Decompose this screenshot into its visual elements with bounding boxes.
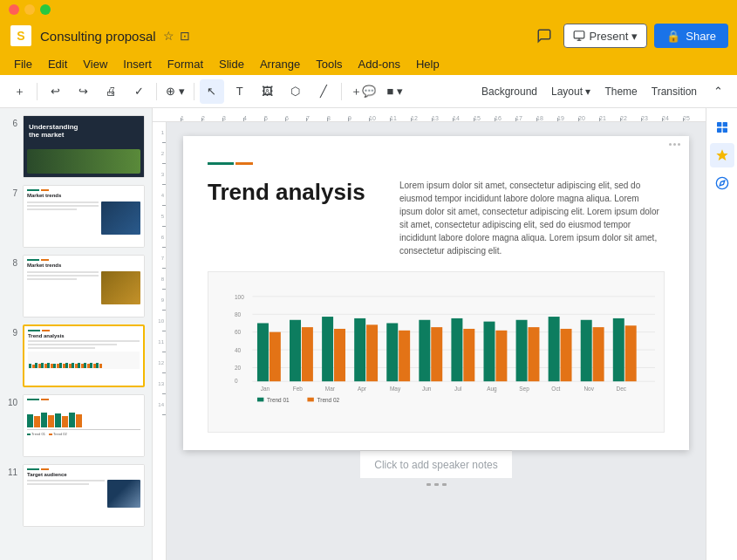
menu-insert[interactable]: Insert xyxy=(116,56,159,72)
svg-text:Apr: Apr xyxy=(358,386,367,393)
svg-text:Jul: Jul xyxy=(454,386,461,392)
add-button[interactable]: ＋ xyxy=(7,79,31,104)
canvas-area: 1 2 3 4 5 6 7 8 9 10 11 12 13 14 15 16 1… xyxy=(153,108,706,560)
theme-button[interactable]: Theme xyxy=(599,79,642,104)
textbox-tool[interactable]: T xyxy=(228,79,252,104)
main-slide[interactable]: Trend analysis Lorem ipsum dolor sit ame… xyxy=(183,136,689,450)
slide-number: 7 xyxy=(7,188,17,198)
menu-tools[interactable]: Tools xyxy=(309,56,349,72)
main-area: 6 Understandingthe market Understandingt… xyxy=(0,108,737,560)
image-tool[interactable]: 🖼 xyxy=(256,79,280,104)
svg-text:100: 100 xyxy=(235,294,244,300)
minimize-button[interactable] xyxy=(24,4,35,15)
svg-rect-27 xyxy=(451,318,462,381)
share-button[interactable]: 🔒 Share xyxy=(654,24,728,48)
svg-rect-36 xyxy=(593,327,604,381)
layout-button[interactable]: Layout ▾ xyxy=(546,79,596,104)
svg-rect-23 xyxy=(386,323,398,381)
right-sidebar xyxy=(706,108,737,560)
ruler-marks: 1 2 3 4 5 6 7 8 9 10 11 12 13 14 15 16 1… xyxy=(181,115,704,121)
slides-panel-button[interactable] xyxy=(710,115,734,140)
slide-item[interactable]: 7 Market trends xyxy=(3,181,148,251)
svg-rect-56 xyxy=(722,122,727,126)
svg-marker-59 xyxy=(716,149,727,160)
doc-title: Consulting proposal xyxy=(40,29,156,44)
slide-title-area: Trend analysis xyxy=(208,179,382,257)
slide-canvas[interactable]: Trend analysis Lorem ipsum dolor sit ame… xyxy=(167,122,706,560)
speaker-notes[interactable]: Click to add speaker notes xyxy=(360,450,511,478)
slide-item[interactable]: 10 xyxy=(3,391,148,461)
svg-text:Jun: Jun xyxy=(422,386,432,392)
present-dropdown-icon: ▾ xyxy=(631,30,638,43)
slide-thumbnail-active[interactable]: Trend analysis xyxy=(23,324,145,387)
slide-number: 9 xyxy=(7,328,17,338)
undo-button[interactable]: ↩ xyxy=(43,79,67,104)
compass-panel-button[interactable] xyxy=(710,171,734,195)
title-icons: ☆ ⊡ xyxy=(163,29,190,43)
menu-help[interactable]: Help xyxy=(409,56,447,72)
slide-thumbnail[interactable]: Target audience xyxy=(23,464,145,527)
menu-file[interactable]: File xyxy=(7,56,39,72)
svg-rect-21 xyxy=(354,318,365,381)
slide-thumbnail[interactable]: Trend 01 Trend 02 xyxy=(23,394,145,457)
svg-text:Dec: Dec xyxy=(617,386,627,392)
star-icon[interactable]: ☆ xyxy=(163,29,174,43)
titlebar xyxy=(0,0,737,19)
svg-rect-19 xyxy=(322,317,333,381)
svg-rect-30 xyxy=(495,331,507,381)
spellcheck-button[interactable]: ✓ xyxy=(126,79,151,104)
color-tool[interactable]: ■ ▾ xyxy=(383,79,407,104)
svg-text:May: May xyxy=(390,386,401,393)
select-tool[interactable]: ↖ xyxy=(200,79,224,104)
svg-point-60 xyxy=(716,177,727,188)
slide-item[interactable]: 11 Target audience xyxy=(3,461,148,530)
menu-format[interactable]: Format xyxy=(160,56,210,72)
svg-text:Oct: Oct xyxy=(551,386,560,392)
svg-rect-28 xyxy=(463,329,474,381)
svg-text:80: 80 xyxy=(235,311,242,318)
star-panel-button[interactable] xyxy=(710,143,734,167)
menu-addons[interactable]: Add-ons xyxy=(351,56,407,72)
toolbar-right: Background Layout ▾ Theme Transition ⌃ xyxy=(476,79,730,104)
slide-number: 10 xyxy=(7,398,17,407)
background-button[interactable]: Background xyxy=(476,79,543,104)
header: S Consulting proposal ☆ ⊡ Present ▾ 🔒 Sh… xyxy=(0,19,737,52)
folder-icon[interactable]: ⊡ xyxy=(180,29,190,43)
redo-button[interactable]: ↪ xyxy=(71,79,95,104)
slide-content: Trend analysis Lorem ipsum dolor sit ame… xyxy=(208,179,665,257)
slide-thumbnail[interactable]: Market trends xyxy=(23,185,145,248)
svg-text:20: 20 xyxy=(235,365,242,371)
zoom-button[interactable]: ⊕ ▾ xyxy=(162,79,188,104)
svg-text:Jan: Jan xyxy=(261,386,270,392)
close-button[interactable] xyxy=(9,4,19,15)
slide-item[interactable]: 6 Understandingthe market Understandingt… xyxy=(3,112,148,181)
menu-view[interactable]: View xyxy=(76,56,114,72)
slide-body-text: Lorem ipsum dolor sit amet, consectetur … xyxy=(399,179,665,257)
svg-rect-20 xyxy=(334,329,345,381)
slide-body: Trend analysis Lorem ipsum dolor sit ame… xyxy=(183,136,689,450)
menu-slide[interactable]: Slide xyxy=(212,56,251,72)
app-icon: S xyxy=(9,24,33,48)
divider-1 xyxy=(37,83,38,100)
present-label: Present xyxy=(589,30,628,43)
collapse-toolbar-button[interactable]: ⌃ xyxy=(706,79,730,104)
line-tool[interactable]: ╱ xyxy=(311,79,336,104)
slide-thumbnail[interactable]: Market trends xyxy=(23,255,145,318)
svg-rect-31 xyxy=(516,320,528,381)
svg-text:0: 0 xyxy=(235,378,238,384)
slide-thumbnail[interactable]: Understandingthe market Understandingthe… xyxy=(23,115,145,178)
transition-button[interactable]: Transition xyxy=(646,79,702,104)
svg-text:Sep: Sep xyxy=(519,386,529,393)
menu-edit[interactable]: Edit xyxy=(41,56,74,72)
slide-number: 11 xyxy=(7,468,17,477)
present-button[interactable]: Present ▾ xyxy=(563,24,647,48)
maximize-button[interactable] xyxy=(40,4,51,15)
shapes-tool[interactable]: ⬡ xyxy=(283,79,308,104)
menu-arrange[interactable]: Arrange xyxy=(253,56,307,72)
comment-button[interactable] xyxy=(532,24,556,48)
slide-item-active[interactable]: 9 Trend analysis xyxy=(3,321,148,391)
svg-rect-35 xyxy=(581,320,592,381)
slide-item[interactable]: 8 Market trends xyxy=(3,251,148,321)
print-button[interactable]: 🖨 xyxy=(99,79,123,104)
comment-tool[interactable]: ＋💬 xyxy=(347,79,379,104)
